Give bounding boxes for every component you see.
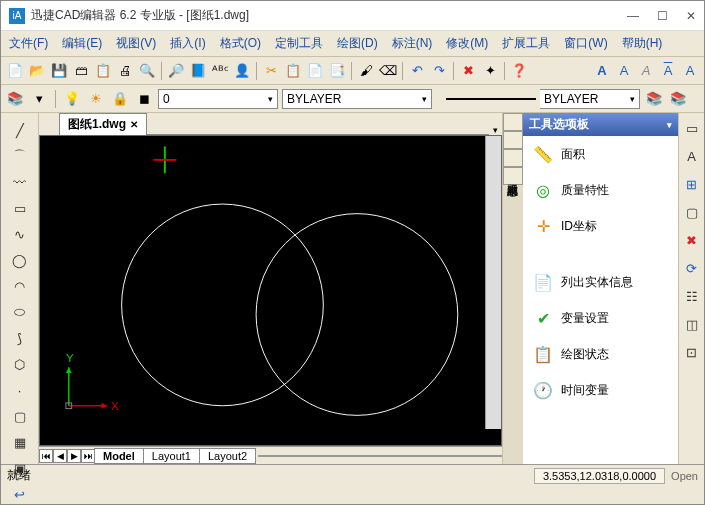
sun-icon[interactable]: ☀ — [86, 89, 106, 109]
paste-icon[interactable]: 📄 — [305, 61, 325, 81]
palette-item-area[interactable]: 📏面积 — [523, 136, 678, 172]
menu-insert[interactable]: 插入(I) — [170, 35, 205, 52]
layer-combo[interactable]: 0 ▾ — [158, 89, 278, 109]
lock-icon[interactable]: 🔒 — [110, 89, 130, 109]
maximize-button[interactable]: ☐ — [657, 9, 668, 23]
preview-icon[interactable]: 🔍 — [137, 61, 157, 81]
polyline-icon[interactable]: 〰 — [11, 173, 29, 191]
layermgr1-icon[interactable]: 📚 — [644, 89, 664, 109]
menu-extend[interactable]: 扩展工具 — [502, 35, 550, 52]
pasteclip-icon[interactable]: 📑 — [327, 61, 347, 81]
copy-icon[interactable]: 📋 — [283, 61, 303, 81]
layers-icon[interactable]: 📚 — [5, 89, 25, 109]
horizontal-scrollbar[interactable] — [258, 455, 502, 457]
new-icon[interactable]: 📄 — [5, 61, 25, 81]
sheet-layout1[interactable]: Layout1 — [143, 448, 200, 464]
lineweight-combo[interactable]: BYLAYER ▾ — [540, 89, 640, 109]
menu-edit[interactable]: 编辑(E) — [62, 35, 102, 52]
textstyle-a3[interactable]: A — [636, 61, 656, 81]
textstyle-a2[interactable]: A — [614, 61, 634, 81]
rect-icon[interactable]: ▭ — [11, 199, 29, 217]
first-sheet-icon[interactable]: ⏮ — [39, 449, 53, 463]
textstyle-a4[interactable]: A — [658, 61, 678, 81]
info-icon[interactable]: 📘 — [188, 61, 208, 81]
palette-item-idpoint[interactable]: ✛ID坐标 — [523, 208, 678, 244]
layer-drop-icon[interactable]: ▾ — [29, 89, 49, 109]
palette-item-setvar[interactable]: ✔变量设置 — [523, 300, 678, 336]
save-icon[interactable]: 💾 — [49, 61, 69, 81]
menu-format[interactable]: 格式(O) — [220, 35, 261, 52]
next-sheet-icon[interactable]: ▶ — [67, 449, 81, 463]
menu-help[interactable]: 帮助(H) — [622, 35, 663, 52]
refresh-icon[interactable]: ⟳ — [683, 259, 701, 277]
saveall-icon[interactable]: 🗃 — [71, 61, 91, 81]
dashed-rect-icon[interactable]: ▭ — [683, 119, 701, 137]
palette-item-status[interactable]: 📋绘图状态 — [523, 336, 678, 372]
sheet-layout2[interactable]: Layout2 — [199, 448, 256, 464]
undo-icon[interactable]: ↶ — [407, 61, 427, 81]
palette-item-list[interactable]: 📄列出实体信息 — [523, 264, 678, 300]
user-icon[interactable]: 👤 — [232, 61, 252, 81]
minimize-button[interactable]: — — [627, 9, 639, 23]
curve-icon[interactable]: ⟆ — [11, 329, 29, 347]
menu-draw[interactable]: 绘图(D) — [337, 35, 378, 52]
layermgr2-icon[interactable]: 📚 — [668, 89, 688, 109]
spark-icon[interactable]: ✦ — [480, 61, 500, 81]
sidetab-3dorbit[interactable]: 三维动态观察 — [503, 167, 523, 185]
circle-icon[interactable]: ◯ — [11, 251, 29, 269]
menu-modify[interactable]: 修改(M) — [446, 35, 488, 52]
sheet-model[interactable]: Model — [94, 448, 144, 464]
text-icon[interactable]: A — [683, 147, 701, 165]
group-icon[interactable]: ⊞ — [683, 175, 701, 193]
spellcheck-icon[interactable]: ᴬᴮᶜ — [210, 61, 230, 81]
arc-icon[interactable]: ⌒ — [11, 147, 29, 165]
back-icon[interactable]: ↩ — [11, 485, 29, 503]
polygon-icon[interactable]: ⬡ — [11, 355, 29, 373]
menu-window[interactable]: 窗口(W) — [564, 35, 607, 52]
line-icon[interactable]: ╱ — [11, 121, 29, 139]
find-icon[interactable]: 🔎 — [166, 61, 186, 81]
palette-item-time[interactable]: 🕐时间变量 — [523, 372, 678, 408]
arc2-icon[interactable]: ◠ — [11, 277, 29, 295]
menu-view[interactable]: 视图(V) — [116, 35, 156, 52]
ellipse-icon[interactable]: ⬭ — [11, 303, 29, 321]
palette-item-massprops[interactable]: ◎质量特性 — [523, 172, 678, 208]
point-icon[interactable]: · — [11, 381, 29, 399]
sidetab-modify[interactable]: 修改 — [503, 113, 523, 131]
textstyle-a1[interactable]: A — [592, 61, 612, 81]
box-icon[interactable]: ▢ — [11, 407, 29, 425]
brush-icon[interactable]: 🖌 — [356, 61, 376, 81]
delete2-icon[interactable]: ✖ — [683, 231, 701, 249]
open-icon[interactable]: 📂 — [27, 61, 47, 81]
grid-icon[interactable]: ⊡ — [683, 343, 701, 361]
menu-custom[interactable]: 定制工具 — [275, 35, 323, 52]
pdf-icon[interactable]: 📋 — [93, 61, 113, 81]
last-sheet-icon[interactable]: ⏭ — [81, 449, 95, 463]
drawing-canvas[interactable]: X Y — [39, 135, 502, 446]
print-icon[interactable]: 🖨 — [115, 61, 135, 81]
bulb-icon[interactable]: 💡 — [62, 89, 82, 109]
menu-file[interactable]: 文件(F) — [9, 35, 48, 52]
menu-annotate[interactable]: 标注(N) — [392, 35, 433, 52]
prev-sheet-icon[interactable]: ◀ — [53, 449, 67, 463]
delete-icon[interactable]: ✖ — [458, 61, 478, 81]
empty-rect-icon[interactable]: ▢ — [683, 203, 701, 221]
close-tab-icon[interactable]: ✕ — [130, 119, 138, 130]
layers2-icon[interactable]: ☷ — [683, 287, 701, 305]
redo-icon[interactable]: ↷ — [429, 61, 449, 81]
help-icon[interactable]: ❓ — [509, 61, 529, 81]
close-button[interactable]: ✕ — [686, 9, 696, 23]
spline-icon[interactable]: ∿ — [11, 225, 29, 243]
tab-chevron-icon[interactable]: ▾ — [489, 125, 502, 135]
file-tab[interactable]: 图纸1.dwg ✕ — [59, 113, 147, 135]
linetype-combo[interactable]: BYLAYER ▾ — [282, 89, 432, 109]
sidetab-view[interactable]: 视图 — [503, 149, 523, 167]
color-icon[interactable]: ◼ — [134, 89, 154, 109]
cut-icon[interactable]: ✂ — [261, 61, 281, 81]
eraser-icon[interactable]: ⌫ — [378, 61, 398, 81]
hatch-icon[interactable]: ▦ — [11, 433, 29, 451]
sidetab-query[interactable]: 查询 — [503, 131, 523, 149]
palette-title[interactable]: 工具选项板 ▾ — [523, 113, 678, 136]
snap-icon[interactable]: ◫ — [683, 315, 701, 333]
textstyle-a5[interactable]: A — [680, 61, 700, 81]
